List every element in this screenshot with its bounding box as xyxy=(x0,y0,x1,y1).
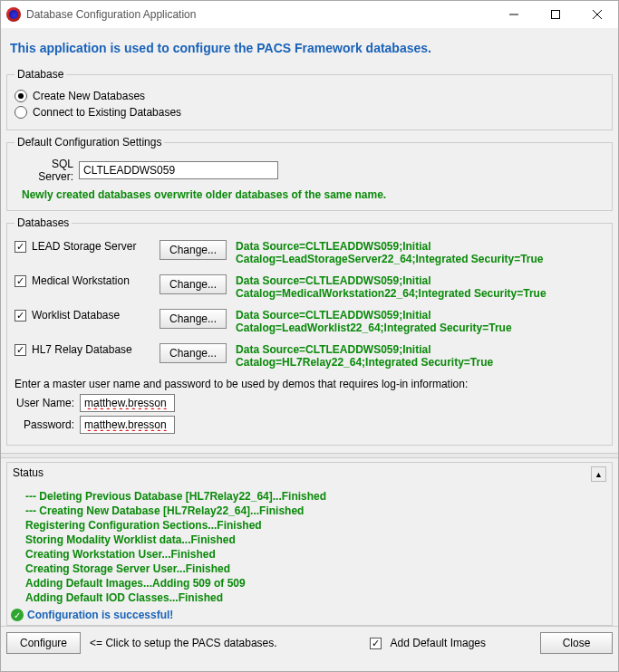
checkbox-lead-storage[interactable] xyxy=(15,241,26,253)
checkbox-worklist[interactable] xyxy=(15,310,26,322)
status-line: --- Creating New Database [HL7Relay22_64… xyxy=(25,504,606,518)
splitter[interactable] xyxy=(1,453,618,458)
success-message: Configuration is successful! xyxy=(27,609,173,621)
change-button-lead-storage[interactable]: Change... xyxy=(160,240,227,260)
configure-hint: <= Click to setup the PACS databases. xyxy=(90,637,277,649)
username-label: User Name: xyxy=(15,397,74,409)
status-line: Creating Workstation User...Finished xyxy=(25,547,606,562)
connstr-medical-workstation: Data Source=CLTLEADDWS059;Initial Catalo… xyxy=(236,274,604,300)
title-bar: Database Configuration Application xyxy=(1,1,618,28)
change-button-medical-workstation[interactable]: Change... xyxy=(160,274,227,294)
db-name-medical-workstation: Medical Workstation xyxy=(32,274,130,287)
db-row-worklist: Worklist Database Change... Data Source=… xyxy=(15,309,604,334)
default-config-legend: Default Configuration Settings xyxy=(15,136,164,149)
default-config-group: Default Configuration Settings SQL Serve… xyxy=(6,136,613,211)
db-name-lead-storage: LEAD Storage Server xyxy=(32,240,136,253)
checkbox-medical-workstation[interactable] xyxy=(15,275,26,287)
configure-button[interactable]: Configure xyxy=(6,632,81,654)
connstr-worklist: Data Source=CLTLEADDWS059;Initial Catalo… xyxy=(236,309,604,334)
checkbox-add-default-images[interactable] xyxy=(370,638,382,649)
sql-server-label: SQL Server: xyxy=(15,158,73,183)
window-title: Database Configuration Application xyxy=(26,8,493,21)
status-line: Adding Default IOD Classes...Finished xyxy=(25,590,606,605)
status-line: Adding Default Images...Adding 509 of 50… xyxy=(25,576,606,590)
database-mode-legend: Database xyxy=(15,68,66,81)
banner-text: This application is used to configure th… xyxy=(1,28,618,66)
status-line: Storing Modality Worklist data...Finishe… xyxy=(25,533,606,547)
radio-connect-existing[interactable] xyxy=(15,106,27,119)
close-window-button[interactable] xyxy=(576,1,618,28)
change-button-hl7-relay[interactable]: Change... xyxy=(160,343,227,363)
maximize-button[interactable] xyxy=(535,1,576,28)
credentials-prompt: Enter a master user name and password to… xyxy=(15,378,604,390)
add-default-images-label: Add Default Images xyxy=(391,637,486,649)
password-label: Password: xyxy=(15,418,74,431)
status-line: --- Deleting Previous Database [HL7Relay… xyxy=(25,489,606,504)
db-row-hl7-relay: HL7 Relay Database Change... Data Source… xyxy=(15,343,604,369)
svg-rect-1 xyxy=(552,11,560,19)
success-icon: ✓ xyxy=(11,609,24,621)
status-log: --- Deleting Previous Database [HL7Relay… xyxy=(7,485,612,607)
bottom-bar: Configure <= Click to setup the PACS dat… xyxy=(1,626,618,659)
app-icon xyxy=(6,7,21,22)
databases-legend: Databases xyxy=(15,216,72,229)
status-line: Registering Configuration Sections...Fin… xyxy=(25,518,606,533)
db-name-worklist: Worklist Database xyxy=(32,309,120,322)
db-row-medical-workstation: Medical Workstation Change... Data Sourc… xyxy=(15,274,604,300)
db-row-lead-storage: LEAD Storage Server Change... Data Sourc… xyxy=(15,240,604,265)
radio-create-new[interactable] xyxy=(15,90,27,102)
change-button-worklist[interactable]: Change... xyxy=(160,309,227,329)
overwrite-warning: Newly created databases overwrite older … xyxy=(22,188,604,201)
minimize-button[interactable] xyxy=(493,1,535,28)
username-input[interactable] xyxy=(80,394,175,412)
connstr-hl7-relay: Data Source=CLTLEADDWS059;Initial Catalo… xyxy=(236,343,604,369)
databases-group: Databases LEAD Storage Server Change... … xyxy=(6,216,613,446)
password-input[interactable] xyxy=(80,416,175,434)
connstr-lead-storage: Data Source=CLTLEADDWS059;Initial Catalo… xyxy=(236,240,604,265)
status-group: Status ▲ --- Deleting Previous Database … xyxy=(6,462,613,626)
database-mode-group: Database Create New Databases Connect to… xyxy=(6,68,613,130)
status-line: Creating Storage Server User...Finished xyxy=(25,562,606,576)
sql-server-input[interactable] xyxy=(79,161,278,179)
status-legend: Status xyxy=(13,466,44,482)
radio-connect-label: Connect to Existing Databases xyxy=(33,106,181,119)
checkbox-hl7-relay[interactable] xyxy=(15,344,26,356)
db-name-hl7-relay: HL7 Relay Database xyxy=(32,343,132,356)
radio-create-label: Create New Databases xyxy=(33,90,145,102)
scroll-up-button[interactable]: ▲ xyxy=(591,466,606,482)
close-button[interactable]: Close xyxy=(540,632,613,654)
